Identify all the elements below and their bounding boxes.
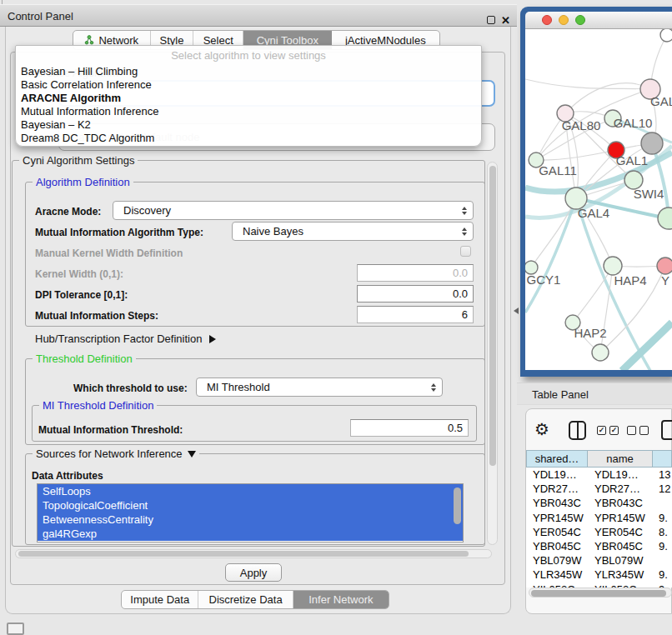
threshold-definition-title: Threshold Definition — [33, 352, 136, 365]
hub-definition-toggle[interactable]: Hub/Transcription Factor Definition — [35, 332, 216, 345]
tab-discretize-data[interactable]: Discretize Data — [198, 591, 293, 608]
algorithm-dropdown-popup: Select algorithm to view settings Bayesi… — [15, 45, 482, 147]
unchecked-box-icon — [627, 426, 636, 435]
bottom-tabbar: Impute Data Discretize Data Infer Networ… — [121, 590, 389, 609]
mi-threshold-value: 0.5 — [448, 422, 463, 434]
table-cell: YBR045C — [588, 540, 653, 552]
dpi-tolerance-value: 0.0 — [453, 288, 468, 300]
tab-infer-network[interactable]: Infer Network — [293, 591, 389, 608]
column-header-partial[interactable] — [652, 450, 672, 468]
data-attribute-item[interactable]: BetweennessCentrality — [38, 512, 463, 527]
column-selector-icon[interactable] — [569, 421, 586, 440]
table-row[interactable]: YBR043CYBR043C — [526, 496, 672, 510]
table-row[interactable]: YDL19…YDL19…13 — [526, 468, 672, 482]
data-attribute-item[interactable]: TopologicalCoefficient — [38, 498, 463, 512]
network-edge — [573, 266, 613, 322]
table-cell: YER054C — [526, 526, 588, 538]
network-node-right-green[interactable] — [658, 208, 672, 229]
close-panel-icon[interactable]: ✕ — [501, 14, 510, 27]
algorithm-option[interactable]: Dream8 DC_TDC Algorithm — [16, 132, 481, 145]
table-cell: YDR27… — [526, 482, 588, 495]
table-cell: YDL19… — [526, 468, 588, 481]
dpi-tolerance-label: DPI Tolerance [0,1]: — [35, 289, 128, 301]
manual-kernel-width-label: Manual Kernel Width Definition — [35, 248, 183, 259]
collapse-down-icon — [188, 451, 196, 458]
settings-horizontal-scrollbar[interactable] — [15, 549, 492, 558]
network-canvas: GALGAL80GAL10GAL1GAL11SWI4GAL4GCY1HAP4YH… — [525, 29, 672, 370]
network-node-bottom-green[interactable] — [592, 344, 609, 361]
network-node-gray[interactable] — [641, 132, 663, 154]
table-cell: 12 — [653, 482, 670, 495]
table-horizontal-scrollbar[interactable] — [529, 588, 672, 598]
mi-algorithm-type-label: Mutual Information Algorithm Type: — [35, 227, 203, 238]
table-cell: 9. — [653, 540, 668, 552]
aracne-mode-label: Aracne Mode: — [35, 206, 101, 218]
sources-group-title[interactable]: Sources for Network Inference — [33, 448, 199, 460]
network-node-top-outline[interactable] — [660, 29, 672, 42]
float-panel-icon[interactable] — [487, 16, 495, 24]
table-row[interactable]: YLR345WYLR345W9. — [526, 568, 672, 582]
network-node-label: SWI4 — [634, 187, 664, 201]
data-attributes-list: SelfLoopsTopologicalCoefficientBetweenne… — [37, 483, 464, 542]
data-attribute-item[interactable]: gal4RGexp — [38, 527, 463, 541]
network-window-titlebar[interactable] — [525, 12, 672, 29]
table-cell: YBR043C — [526, 497, 588, 509]
aracne-mode-combobox[interactable]: Discovery — [113, 201, 474, 220]
kernel-width-field[interactable]: 0.0 — [357, 264, 474, 282]
attributes-scrollbar-thumb[interactable] — [454, 488, 461, 524]
apply-button[interactable]: Apply — [225, 563, 282, 582]
which-threshold-value: MI Threshold — [207, 381, 270, 393]
panel-splitter-handle[interactable] — [514, 308, 519, 314]
zoom-traffic-light[interactable] — [575, 15, 585, 25]
table-row[interactable]: YBR045CYBR045C9. — [526, 539, 672, 553]
column-header-name[interactable]: name — [587, 450, 653, 468]
data-attribute-item[interactable]: SelfLoops — [38, 484, 463, 498]
which-threshold-combobox[interactable]: MI Threshold — [196, 378, 443, 397]
dpi-tolerance-field[interactable]: 0.0 — [357, 285, 474, 302]
table-cell: YPR145W — [588, 512, 653, 524]
close-traffic-light[interactable] — [542, 15, 552, 25]
minimize-traffic-light[interactable] — [559, 15, 569, 25]
network-node-label: GCY1 — [527, 272, 561, 287]
settings-scrollbar-thumb[interactable] — [489, 166, 496, 466]
tab-impute-data[interactable]: Impute Data — [122, 591, 198, 608]
network-node-label: GAL4 — [578, 206, 609, 220]
horizontal-scrollbar-thumb[interactable] — [18, 551, 469, 557]
table-panel-titlebar: Table Panel — [517, 382, 672, 405]
manual-kernel-width-checkbox[interactable] — [460, 246, 471, 257]
algorithm-option[interactable]: Bayesian – Hill Climbing — [16, 65, 481, 78]
table-row[interactable]: YBL079WYBL079W — [526, 553, 672, 568]
deselect-all-rows-icon[interactable] — [627, 426, 649, 435]
mi-steps-label: Mutual Information Steps: — [35, 310, 158, 322]
column-header-shared-name[interactable]: shared… — [526, 450, 588, 468]
table-row[interactable]: YPR145WYPR145W9. — [526, 511, 672, 525]
algorithm-popup-placeholder: Select algorithm to view settings — [16, 46, 481, 65]
mi-steps-field[interactable]: 6 — [357, 306, 474, 323]
table-rows-container: YDL19…YDL19…13YDR27…YDR27…12YBR043CYBR04… — [526, 468, 672, 588]
tab-infer-network-label: Infer Network — [308, 593, 373, 606]
table-cell: YBL079W — [588, 554, 653, 567]
table-cell: YDL19… — [588, 468, 653, 481]
network-node-salmon[interactable] — [657, 258, 672, 274]
spinner-icon — [462, 207, 467, 215]
table-row[interactable]: YER054CYER054C8. — [526, 525, 672, 539]
export-table-icon[interactable] — [661, 420, 672, 440]
network-canvas-container[interactable]: GALGAL80GAL10GAL1GAL11SWI4GAL4GCY1HAP4YH… — [525, 29, 672, 370]
table-row[interactable]: YDR27…YDR27…12 — [526, 482, 672, 496]
mi-threshold-field[interactable]: 0.5 — [350, 419, 469, 437]
algorithm-option[interactable]: ARACNE Algorithm — [16, 92, 481, 105]
network-node-label: GAL — [650, 94, 672, 108]
network-node-HAP4[interactable] — [604, 257, 622, 275]
settings-vertical-scrollbar[interactable] — [487, 162, 498, 545]
algorithm-option[interactable]: Basic Correlation Inference — [16, 78, 481, 92]
mi-algorithm-type-combobox[interactable]: Naive Bayes — [232, 222, 474, 241]
table-settings-gear-icon[interactable]: ⚙ — [534, 419, 549, 439]
spinner-icon — [462, 228, 467, 236]
select-all-rows-icon[interactable]: ✓ ✓ — [597, 426, 619, 435]
algorithm-option[interactable]: Mutual Information Inference — [16, 105, 481, 118]
table-cell: 13 — [653, 468, 670, 481]
minimized-panel-icon[interactable] — [7, 622, 24, 635]
table-scrollbar-thumb[interactable] — [531, 590, 666, 597]
algorithm-option[interactable]: Bayesian – K2 — [16, 118, 481, 132]
table-cell: YBR043C — [588, 497, 653, 509]
